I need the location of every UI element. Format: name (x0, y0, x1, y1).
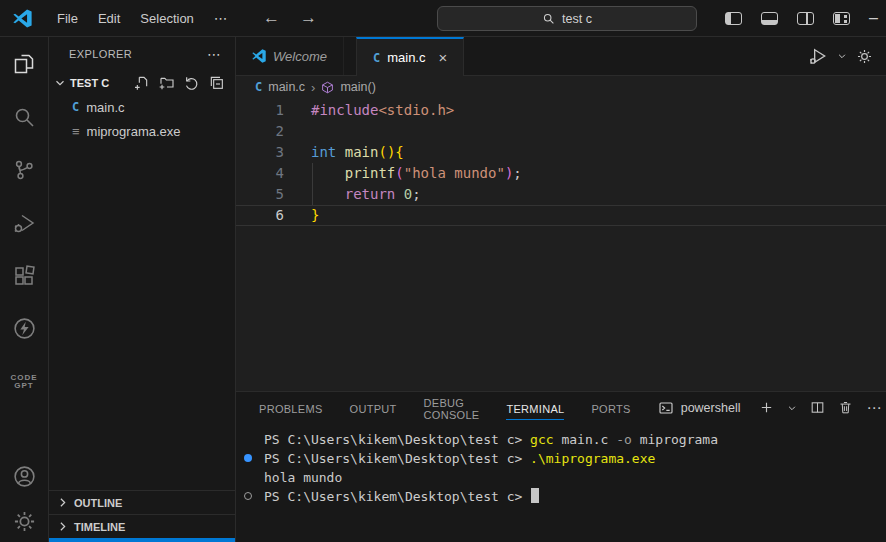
search-sidebar-icon[interactable] (0, 90, 48, 143)
terminal-token: .\miprograma.exe (530, 451, 655, 466)
back-button[interactable]: ← (263, 8, 280, 28)
project-section-header[interactable]: TEST C (49, 70, 235, 95)
menu-file[interactable]: File (47, 11, 88, 26)
terminal-cursor (531, 488, 539, 503)
c-file-icon: C (373, 51, 380, 65)
terminal-line: PS C:\Users\kikem\Desktop\test c> gcc ma… (264, 430, 886, 449)
outline-section[interactable]: OUTLINE (49, 490, 235, 514)
line-number: 2 (236, 121, 284, 142)
forward-button[interactable]: → (300, 8, 317, 28)
file-row[interactable]: Cmain.c (49, 95, 235, 119)
code-line[interactable]: 4 printf("hola mundo"); (236, 163, 886, 184)
run-and-debug-icon[interactable] (0, 196, 48, 249)
code-text: } (284, 205, 319, 226)
tab-label: Welcome (273, 49, 327, 64)
chevron-right-icon (56, 496, 69, 509)
minimize-button[interactable]: – (869, 9, 878, 27)
vscode-logo-icon (13, 9, 32, 28)
panel-actions: powershell ⋯ (658, 399, 882, 417)
menu-more-button[interactable]: ⋯ (204, 10, 238, 26)
chevron-down-icon[interactable] (787, 403, 797, 413)
chevron-down-icon[interactable] (837, 51, 847, 61)
split-terminal-icon[interactable] (810, 400, 825, 415)
terminal-line: hola mundo (264, 468, 886, 487)
file-row[interactable]: ≡miprograma.exe (49, 119, 235, 143)
codegpt-label-bottom: GPT (10, 382, 37, 390)
menu-selection[interactable]: Selection (130, 11, 203, 26)
breadcrumb-symbol[interactable]: main() (340, 80, 375, 94)
toggle-panel-icon[interactable] (761, 12, 778, 25)
menu-edit[interactable]: Edit (88, 11, 130, 26)
terminal-token: -o (616, 432, 632, 447)
code-token: return (345, 186, 396, 202)
source-control-icon[interactable] (0, 143, 48, 196)
run-debug-button[interactable] (808, 46, 828, 66)
line-number: 5 (236, 184, 284, 205)
code-line[interactable]: 2 (236, 121, 886, 142)
panel-tab-debug-console[interactable]: DEBUG CONSOLE (424, 390, 480, 426)
codegpt-icon[interactable]: CODE GPT (0, 355, 48, 408)
collapse-all-icon[interactable] (209, 75, 225, 91)
breadcrumb-separator: › (311, 80, 315, 95)
refresh-icon[interactable] (184, 75, 200, 91)
layout-controls: – (725, 0, 878, 36)
terminal-token: miprograma (632, 432, 718, 447)
indent-guide (312, 184, 313, 205)
command-success-dot-icon (244, 454, 252, 462)
terminal-token: main.c (554, 432, 617, 447)
shell-selector[interactable]: powershell (658, 400, 741, 416)
panel-tab-output[interactable]: OUTPUT (350, 396, 397, 420)
code-token (311, 186, 345, 202)
extensions-icon[interactable] (0, 249, 48, 302)
breadcrumb[interactable]: C main.c › main() (236, 76, 886, 98)
trash-icon[interactable] (838, 400, 853, 415)
timeline-section[interactable]: TIMELINE (49, 514, 235, 538)
customize-layout-icon[interactable] (833, 12, 850, 25)
panel-tab-ports[interactable]: PORTS (591, 396, 630, 420)
code-text: #include<stdio.h> (284, 100, 454, 121)
new-terminal-icon[interactable] (759, 400, 774, 415)
new-file-icon[interactable] (134, 75, 150, 91)
panel-more-button[interactable]: ⋯ (866, 399, 881, 417)
sidebar-title: EXPLORER (69, 48, 207, 60)
code-line[interactable]: 3int main(){ (236, 142, 886, 163)
toggle-primary-sidebar-icon[interactable] (725, 12, 742, 25)
code-line[interactable]: 1#include<stdio.h> (236, 100, 886, 121)
line-number: 4 (236, 163, 284, 184)
panel-tab-problems[interactable]: PROBLEMS (259, 396, 323, 420)
sidebar-explorer: EXPLORER ⋯ TEST C (49, 37, 236, 542)
code-token: int (311, 144, 336, 160)
explorer-actions (134, 75, 225, 91)
terminal-output[interactable]: PS C:\Users\kikem\Desktop\test c> gcc ma… (236, 423, 886, 542)
toggle-secondary-sidebar-icon[interactable] (797, 12, 814, 25)
sidebar-header: EXPLORER ⋯ (49, 37, 235, 70)
settings-gear-icon[interactable] (0, 500, 48, 542)
code-line[interactable]: 5 return 0; (236, 184, 886, 205)
titlebar: File Edit Selection ⋯ ← → test c – (0, 0, 886, 37)
explorer-icon[interactable] (0, 37, 48, 90)
tab-main-c[interactable]: C main.c × (356, 37, 464, 76)
code-area[interactable]: 1#include<stdio.h>23int main(){4 printf(… (236, 98, 886, 391)
account-icon[interactable] (0, 452, 48, 500)
explorer-more-button[interactable]: ⋯ (207, 46, 221, 62)
editor-group: Welcome C main.c × (236, 37, 886, 542)
gear-icon[interactable] (856, 48, 873, 65)
powershell-terminal-icon (658, 400, 674, 416)
file-label: miprograma.exe (87, 124, 181, 139)
command-center-search[interactable]: test c (437, 6, 697, 31)
terminal-line: PS C:\Users\kikem\Desktop\test c> (264, 487, 886, 506)
chevron-down-icon (53, 76, 67, 90)
code-token: 0 (404, 186, 412, 202)
search-icon (542, 12, 555, 25)
code-line[interactable]: 6} (236, 205, 886, 226)
vscode-logo-icon (252, 49, 266, 63)
new-folder-icon[interactable] (159, 75, 175, 91)
exe-file-icon: ≡ (72, 125, 80, 138)
terminal-token: gcc (530, 432, 553, 447)
close-icon[interactable]: × (438, 49, 447, 66)
thunder-client-icon[interactable] (0, 302, 48, 355)
tab-welcome[interactable]: Welcome (236, 37, 344, 75)
panel-tab-terminal[interactable]: TERMINAL (506, 396, 564, 420)
code-token: } (311, 207, 319, 223)
breadcrumb-file[interactable]: main.c (268, 80, 305, 94)
